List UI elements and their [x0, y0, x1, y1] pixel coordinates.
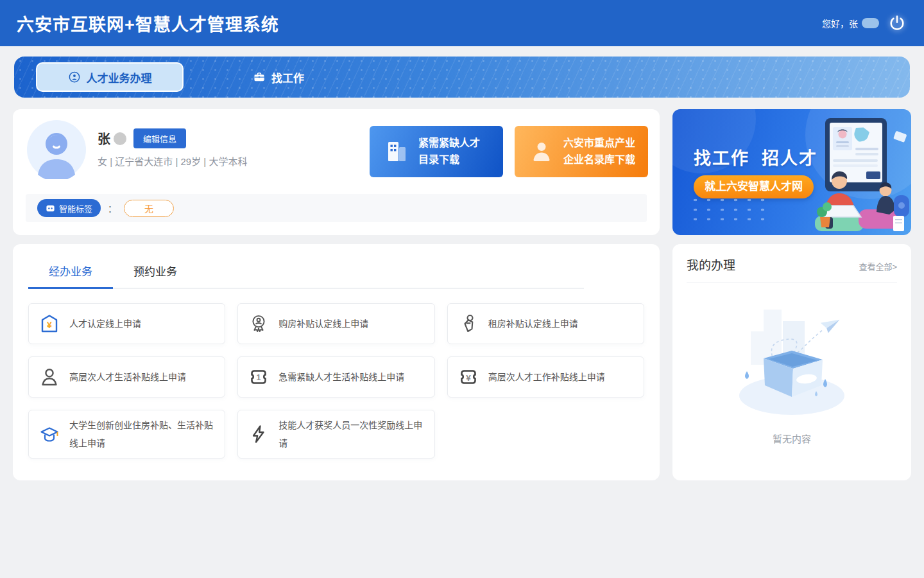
enterprise-directory-download-button[interactable]: 六安市重点产业企业名录库下载 — [515, 126, 648, 177]
talent-catalog-download-button[interactable]: 紧需紧缺人才目录下载 — [370, 126, 503, 177]
profile-info: 女 | 辽宁省大连市 | 29岁 | 大学本科 — [98, 154, 247, 168]
profile-name-row: 张 编辑信息 — [98, 128, 186, 148]
ticket-1-icon: 1 — [248, 367, 269, 387]
main-nav: 人才业务办理 找工作 — [14, 57, 910, 98]
view-all-link[interactable]: 查看全部> — [859, 260, 897, 272]
service-card[interactable]: ¥ 高层次人才工作补贴线上申请 — [447, 356, 644, 398]
tab-handled-business[interactable]: 经办业务 — [28, 254, 113, 289]
panel-header: 我的办理 查看全部> — [687, 256, 897, 273]
download-label: 六安市重点产业企业名录库下载 — [563, 135, 635, 169]
edit-info-button[interactable]: 编辑信息 — [133, 128, 186, 148]
service-card[interactable]: 大学生创新创业住房补贴、生活补贴线上申请 — [28, 410, 225, 459]
content-area: 张 编辑信息 女 | 辽宁省大连市 | 29岁 | 大学本科 — [13, 109, 911, 480]
ticket-yen-icon: ¥ — [458, 367, 479, 387]
talent-home-icon: ¥ — [39, 313, 60, 334]
banner-title: 找工作 招人才 — [694, 144, 817, 170]
service-card[interactable]: 租房补贴认定线上申请 — [447, 303, 644, 344]
service-card[interactable]: 高层次人才生活补贴线上申请 — [28, 356, 225, 398]
redacted-name — [114, 132, 126, 145]
nav-tab-label: 找工作 — [271, 69, 304, 85]
user-greeting: 您好，张 — [822, 17, 858, 30]
lightning-icon — [248, 424, 269, 444]
empty-state: 暂无内容 — [687, 283, 897, 445]
my-handling-panel: 我的办理 查看全部> — [672, 244, 911, 480]
person-outline-icon — [39, 367, 60, 387]
svg-text:¥: ¥ — [466, 373, 471, 383]
service-card[interactable]: ¥ 人才认定线上申请 — [28, 303, 225, 344]
smart-tag-value: 无 — [124, 200, 174, 217]
smart-tag-label: 智能标签 — [59, 202, 92, 215]
service-card[interactable]: 1 急需紧缺人才生活补贴线上申请 — [237, 356, 434, 398]
empty-box-illustration — [728, 299, 856, 428]
download-label: 紧需紧缺人才目录下载 — [418, 135, 480, 169]
power-icon[interactable] — [887, 13, 907, 33]
nav-tab-find-job[interactable]: 找工作 — [253, 69, 304, 85]
service-card[interactable]: 购房补贴认定线上申请 — [237, 303, 434, 344]
nav-tab-talent-services[interactable]: 人才业务办理 — [36, 62, 184, 92]
panel-title: 我的办理 — [687, 256, 735, 273]
person-solid-icon — [529, 139, 554, 164]
building-icon — [384, 139, 409, 164]
tab-appointment-business[interactable]: 预约业务 — [113, 254, 198, 288]
banner-dots-pattern — [689, 195, 764, 225]
business-tabs: 经办业务 预约业务 — [28, 254, 584, 289]
empty-text: 暂无内容 — [687, 432, 897, 445]
app-header: 六安市互联网+智慧人才管理系统 您好，张 — [0, 0, 924, 46]
service-grid: ¥ 人才认定线上申请 购房补贴认定线上申请 租房补贴认定线上申请 高层次人才生活… — [28, 303, 644, 459]
medal-person-icon — [248, 313, 269, 334]
business-card: 经办业务 预约业务 ¥ 人才认定线上申请 购房补贴认定线上申请 租房补贴认定线上… — [13, 244, 660, 480]
header-user-area: 您好，张 — [822, 13, 907, 33]
app-title: 六安市互联网+智慧人才管理系统 — [17, 11, 279, 36]
briefcase-icon — [253, 71, 266, 83]
profile-card: 张 编辑信息 女 | 辽宁省大连市 | 29岁 | 大学本科 — [13, 109, 660, 235]
person-broadcast-icon — [68, 71, 81, 83]
nav-tab-label: 人才业务办理 — [87, 69, 152, 85]
svg-text:1: 1 — [257, 373, 261, 382]
svg-text:¥: ¥ — [47, 320, 52, 330]
redacted-username — [862, 18, 879, 28]
graduation-cap-icon — [39, 424, 60, 444]
smart-tag-separator: ： — [108, 202, 117, 215]
smart-tag-strip: 智能标签 ： 无 — [26, 194, 647, 222]
robot-tag-icon — [46, 204, 55, 213]
promo-banner[interactable]: 找工作 招人才 就上六安智慧人才网 — [672, 109, 911, 235]
profile-name: 张 — [98, 129, 110, 148]
download-buttons: 紧需紧缺人才目录下载 六安市重点产业企业名录库下载 — [370, 126, 648, 177]
smart-tag-pill[interactable]: 智能标签 — [37, 199, 101, 217]
banner-illustration — [764, 109, 911, 235]
service-card[interactable]: 技能人才获奖人员一次性奖励线上申请 — [237, 410, 434, 459]
key-icon — [458, 313, 479, 334]
avatar — [27, 120, 86, 179]
